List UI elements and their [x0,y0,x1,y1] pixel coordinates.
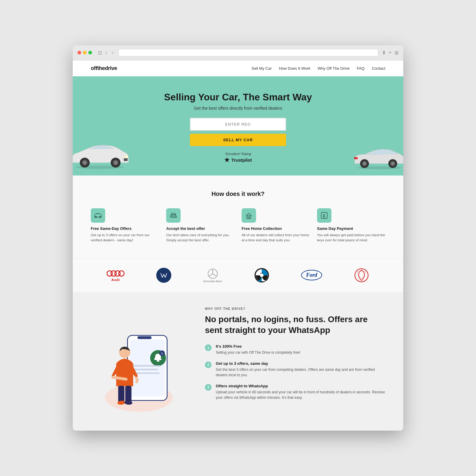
nav-sell[interactable]: Sell My Car [252,66,272,71]
nav-links: Sell My Car How Does It Work Why Off The… [252,66,385,71]
svg-rect-22 [247,216,251,218]
feature-title-4: Same Day Payment [317,226,385,231]
feature-desc-2: Our tech takes care of everything for yo… [166,233,234,243]
why-title: No portals, no logins, no fuss. Offers a… [205,314,385,336]
svg-rect-23 [248,217,250,219]
svg-rect-49 [125,386,132,402]
svg-text:BMW: BMW [260,273,263,274]
feature-desc-4: You will always get paid before you hand… [317,233,385,243]
point-desc-2: Get the best 3 offers on your car from c… [216,367,385,378]
address-bar[interactable] [118,49,378,56]
hero-car-right [352,137,403,173]
hero-content: Selling Your Car, The Smart Way Get the … [164,91,312,163]
maximize-dot[interactable] [88,51,92,54]
svg-point-17 [95,216,96,218]
forward-button[interactable]: › [111,49,114,56]
browser-titlebar: ⊡ ‹ › ⬆ + ⊞ [73,45,403,60]
feature-collection: Free Home Collection All of our dealers … [242,208,310,243]
why-point-2: 2 Get up to 3 offers, same day Get the b… [205,361,385,378]
hero-car-left [73,133,130,172]
share-button[interactable]: ⬆ [382,50,386,56]
point-title-1: It's 100% Free [216,344,301,349]
trustpilot-star-icon: ★ [224,156,230,163]
feature-title-3: Free Home Collection [242,226,310,231]
svg-point-18 [99,216,101,218]
feature-desc-3: All of our dealers will collect from you… [242,233,310,243]
svg-rect-21 [172,213,175,215]
why-points: 1 It's 100% Free Selling your car with O… [205,344,385,400]
why-content: WHY OFF THE DRIVE? No portals, no logins… [205,307,385,407]
brand-mercedes: Mercedes-Benz [203,268,222,283]
hero-section: Selling Your Car, The Smart Way Get the … [73,76,403,175]
site-logo: offthedrive [91,65,117,72]
how-section: How does it work? Free Same-Day Offers G… [73,175,403,258]
browser-dots [78,51,92,54]
website: offthedrive Sell My Car How Does It Work… [73,60,403,431]
feature-title-2: Accept the best offer [166,226,234,231]
svg-rect-45 [133,369,158,370]
feature-payment: Same Day Payment You will always get pai… [317,208,385,243]
svg-point-12 [363,162,366,165]
feature-icon-2 [166,208,181,223]
trustpilot-name: Trustpilot [231,157,252,163]
svg-rect-38 [130,340,165,396]
hero-subtitle: Get the best offers directly from verifi… [164,106,312,111]
svg-rect-24 [321,212,327,218]
nav-contact[interactable]: Contact [372,66,385,71]
brands-section: Audi Mercedes-Benz [73,258,403,292]
hero-title: Selling Your Car, The Smart Way [164,91,312,103]
feature-title-1: Free Same-Day Offers [91,226,159,231]
back-button[interactable]: ‹ [104,49,108,56]
svg-rect-39 [137,336,151,339]
browser-actions: ⬆ + ⊞ [382,50,398,56]
svg-rect-16 [354,157,358,159]
svg-rect-8 [124,158,128,161]
feature-icon-1 [91,208,105,223]
feature-icon-4 [317,208,331,223]
why-point-3: 3 Offers straight to WhatsApp Upload you… [205,384,385,400]
svg-rect-7 [124,155,128,157]
feature-desc-1: Get up to 3 offers on your car from our … [91,233,159,243]
reg-input[interactable] [190,118,286,131]
browser-nav: ⊡ ‹ › [98,49,115,56]
svg-text:1: 1 [161,352,163,355]
point-desc-3: Upload your vehicle in 60 seconds and yo… [216,389,385,400]
site-nav: offthedrive Sell My Car How Does It Work… [73,60,403,76]
why-illustration: 1 [91,307,187,416]
point-num-3: 3 [205,384,212,391]
sidebar-button[interactable]: ⊡ [98,49,102,56]
brand-audi: Audi [107,269,125,282]
why-label: WHY OFF THE DRIVE? [205,307,385,310]
how-title: How does it work? [91,191,385,197]
brand-ford: Ford [301,270,322,280]
sell-cta-button[interactable]: SELL MY CAR [190,134,286,146]
svg-rect-44 [133,365,161,367]
features-grid: Free Same-Day Offers Get up to 3 offers … [91,208,385,243]
minimize-dot[interactable] [83,51,87,54]
new-tab-button[interactable]: + [389,50,392,55]
feature-accept: Accept the best offer Our tech takes car… [166,208,234,243]
why-point-1: 1 It's 100% Free Selling your car with O… [205,344,385,355]
point-num-1: 1 [205,344,212,351]
nav-why[interactable]: Why Off The Drive [318,66,349,71]
point-title-2: Get up to 3 offers, same day [216,361,385,366]
grid-button[interactable]: ⊞ [395,50,398,56]
trustpilot-rating: "Excellent" Rating [225,152,251,156]
nav-faq[interactable]: FAQ [357,66,365,71]
trustpilot-line: ★ Trustpilot [224,156,252,163]
svg-point-28 [119,271,124,276]
trustpilot-badge: "Excellent" Rating ★ Trustpilot [164,152,312,163]
point-num-2: 2 [205,362,212,368]
brand-vw [156,268,171,283]
close-dot[interactable] [78,51,81,54]
svg-rect-48 [118,386,124,402]
why-section: 1 [73,292,403,431]
svg-point-3 [83,161,86,164]
brand-vauxhall [354,267,369,283]
svg-point-6 [114,161,117,164]
browser-window: ⊡ ‹ › ⬆ + ⊞ offthedrive Sell My Car How … [73,45,403,431]
nav-how[interactable]: How Does It Work [279,66,310,71]
feature-same-day: Free Same-Day Offers Get up to 3 offers … [91,208,159,243]
svg-point-15 [392,162,394,165]
point-desc-1: Selling your car with Off The Drive is c… [216,350,301,355]
